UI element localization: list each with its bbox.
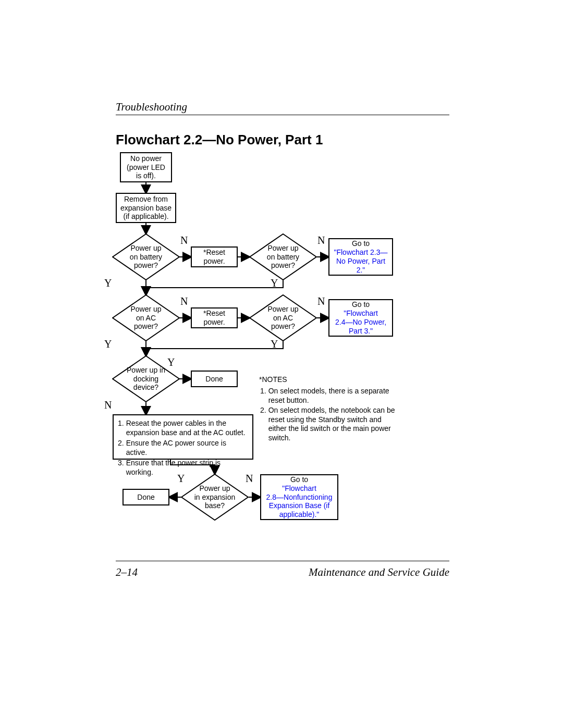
footer-page-number: 2–14 [116, 566, 138, 579]
node-start: No power (power LED is off). [120, 152, 172, 182]
header-section: Troubleshooting [116, 101, 187, 114]
svg-marker-17 [250, 295, 316, 341]
label-y: Y [104, 277, 112, 289]
decision-ac-1: Power up on AC power? [112, 294, 180, 341]
link-flowchart-23[interactable]: "Flowchart 2.3—No Power, Part 2." [332, 248, 390, 274]
decision-battery-1: Power up on battery power? [112, 233, 180, 280]
notes-body: 1.On select models, there is a separate … [259, 386, 410, 443]
svg-marker-19 [181, 474, 248, 520]
node-done-2: Done [123, 489, 169, 505]
label-n: N [317, 295, 325, 307]
label-y: Y [167, 356, 175, 368]
label-n: N [246, 473, 253, 485]
troubleshoot-list: 1.Reseat the power cables in the expansi… [117, 418, 249, 478]
decision-ac-2: Power up on AC power? [249, 294, 317, 341]
svg-marker-16 [113, 295, 179, 341]
footer-rule [116, 561, 449, 561]
footer-guide-name: Maintenance and Service Guide [309, 566, 449, 579]
label-n: N [180, 235, 188, 246]
node-goto-24-pre: Go to [352, 300, 370, 309]
node-reset-2-text: *Reset power. [203, 309, 225, 327]
link-flowchart-24[interactable]: "Flowchart 2.4—No Power, Part 3." [335, 309, 386, 335]
label-y: Y [271, 277, 278, 289]
node-remove: Remove from expansion base (if applicabl… [116, 193, 176, 223]
decision-expansion: Power up in expansion base? [181, 474, 249, 521]
node-goto-23[interactable]: Go to "Flowchart 2.3—No Power, Part 2." [328, 238, 393, 276]
node-done-2-text: Done [137, 493, 154, 502]
page-title: Flowchart 2.2—No Power, Part 1 [116, 132, 323, 148]
notes-heading: *NOTES [259, 375, 287, 385]
node-reset-1: *Reset power. [191, 246, 238, 267]
label-y: Y [271, 338, 278, 350]
svg-marker-14 [113, 234, 179, 280]
label-n: N [104, 399, 112, 411]
label-y: Y [177, 473, 185, 485]
node-reset-1-text: *Reset power. [203, 248, 225, 266]
node-goto-28-pre: Go to [290, 475, 308, 484]
link-flowchart-28[interactable]: "Flowchart 2.8—Nonfunctioning Expansion … [266, 484, 333, 519]
label-y: Y [104, 338, 112, 350]
page-root: Troubleshooting Flowchart 2.2—No Power, … [0, 0, 563, 728]
flowchart: No power (power LED is off). Remove from… [116, 152, 449, 559]
label-n: N [317, 235, 325, 246]
node-goto-23-pre: Go to [352, 239, 370, 248]
decision-battery-2: Power up on battery power? [249, 233, 317, 280]
node-reset-2: *Reset power. [191, 307, 238, 328]
svg-marker-15 [250, 234, 316, 280]
node-start-text: No power (power LED is off). [127, 154, 165, 180]
node-done-1-text: Done [205, 375, 223, 384]
node-goto-24[interactable]: Go to "Flowchart 2.4—No Power, Part 3." [328, 299, 393, 337]
node-goto-28[interactable]: Go to "Flowchart 2.8—Nonfunctioning Expa… [260, 474, 338, 520]
node-remove-text: Remove from expansion base (if applicabl… [120, 195, 172, 221]
node-done-1: Done [191, 371, 238, 387]
label-n: N [180, 295, 188, 307]
node-troubleshoot: 1.Reseat the power cables in the expansi… [113, 414, 253, 460]
header-rule [116, 115, 449, 115]
